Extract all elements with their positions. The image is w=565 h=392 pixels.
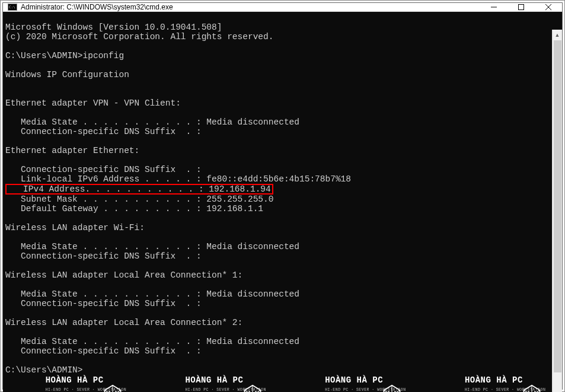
window-controls xyxy=(480,3,562,11)
watermark-3: HOÀNG HÀ PCHI-END PC · SEVER · WORKSTATI… xyxy=(299,375,406,392)
maximize-button[interactable] xyxy=(507,3,535,11)
watermark-title: HOÀNG HÀ PC xyxy=(465,376,545,384)
copyright-line: (c) 2020 Microsoft Corporation. All righ… xyxy=(5,32,273,42)
minimize-button[interactable] xyxy=(480,3,507,11)
cmd-window: Administrator: C:\WINDOWS\system32\cmd.e… xyxy=(2,2,563,390)
watermark-title: HOÀNG HÀ PC xyxy=(46,376,126,384)
watermark-2: HOÀNG HÀ PCHI-END PC · SEVER · WORKSTATI… xyxy=(159,375,266,392)
watermark-title: HOÀNG HÀ PC xyxy=(325,376,406,384)
eth-dns-suffix: Connection-specific DNS Suffix . : xyxy=(5,165,202,174)
wifi-media-state: Media State . . . . . . . . . . . : Medi… xyxy=(5,242,299,251)
svg-rect-1 xyxy=(519,5,524,10)
ipconfig-header: Windows IP Configuration xyxy=(5,70,129,79)
watermark-logo-icon xyxy=(299,375,320,392)
scroll-up-arrow-icon[interactable]: ▲ xyxy=(553,30,562,40)
watermark-subtitle: HI-END PC · SEVER · WORKSTATION xyxy=(325,385,406,392)
close-button[interactable] xyxy=(535,3,562,11)
scrollbar-thumb[interactable] xyxy=(554,40,561,372)
vpn-media-state: Media State . . . . . . . . . . . : Medi… xyxy=(5,117,299,127)
eth-ipv4-address-highlighted: IPv4 Address. . . . . . . . . . . : 192.… xyxy=(5,184,273,195)
watermark-1: HOÀNG HÀ PCHI-END PC · SEVER · WORKSTATI… xyxy=(20,375,126,392)
prompt-line-2: C:\Users\ADMIN> xyxy=(5,365,83,375)
adapter-lac1-header: Wireless LAN adapter Local Area Connecti… xyxy=(5,270,242,280)
version-line: Microsoft Windows [Version 10.0.19041.50… xyxy=(5,23,222,32)
titlebar[interactable]: Administrator: C:\WINDOWS\system32\cmd.e… xyxy=(3,3,562,12)
lac1-media-state: Media State . . . . . . . . . . . : Medi… xyxy=(5,289,299,299)
cmd-icon xyxy=(8,4,17,11)
vertical-scrollbar[interactable]: ▲ ▼ xyxy=(552,30,562,392)
terminal-output[interactable]: Microsoft Windows [Version 10.0.19041.50… xyxy=(3,12,562,392)
watermark-logo-icon xyxy=(159,375,180,392)
prompt-line: C:\Users\ADMIN>ipconfig xyxy=(5,51,124,60)
window-title: Administrator: C:\WINDOWS\system32\cmd.e… xyxy=(21,3,480,11)
adapter-ethernet-header: Ethernet adapter Ethernet: xyxy=(5,146,139,155)
adapter-lac2-header: Wireless LAN adapter Local Area Connecti… xyxy=(5,318,242,327)
adapter-wifi-header: Wireless LAN adapter Wi-Fi: xyxy=(5,223,145,232)
watermark-subtitle: HI-END PC · SEVER · WORKSTATION xyxy=(46,385,126,392)
watermark-4: HOÀNG HÀ PCHI-END PC · SEVER · WORKSTATI… xyxy=(439,375,545,392)
lac2-dns-suffix: Connection-specific DNS Suffix . : xyxy=(5,346,202,356)
wifi-dns-suffix: Connection-specific DNS Suffix . : xyxy=(5,251,202,261)
lac2-media-state: Media State . . . . . . . . . . . : Medi… xyxy=(5,337,299,346)
lac1-dns-suffix: Connection-specific DNS Suffix . : xyxy=(5,299,202,308)
watermark-overlay: HOÀNG HÀ PCHI-END PC · SEVER · WORKSTATI… xyxy=(3,375,562,392)
watermark-logo-icon xyxy=(439,375,460,392)
eth-default-gateway: Default Gateway . . . . . . . . . : 192.… xyxy=(5,204,263,213)
vpn-dns-suffix: Connection-specific DNS Suffix . : xyxy=(5,127,202,136)
watermark-subtitle: HI-END PC · SEVER · WORKSTATION xyxy=(465,385,545,392)
eth-subnet-mask: Subnet Mask . . . . . . . . . . . : 255.… xyxy=(5,195,273,204)
eth-ipv6-address: Link-local IPv6 Address . . . . . : fe80… xyxy=(5,174,351,184)
adapter-vpn-header: Ethernet adapter VPN - VPN Client: xyxy=(5,98,181,108)
watermark-logo-icon xyxy=(20,375,41,392)
watermark-title: HOÀNG HÀ PC xyxy=(185,376,266,384)
watermark-subtitle: HI-END PC · SEVER · WORKSTATION xyxy=(185,385,266,392)
